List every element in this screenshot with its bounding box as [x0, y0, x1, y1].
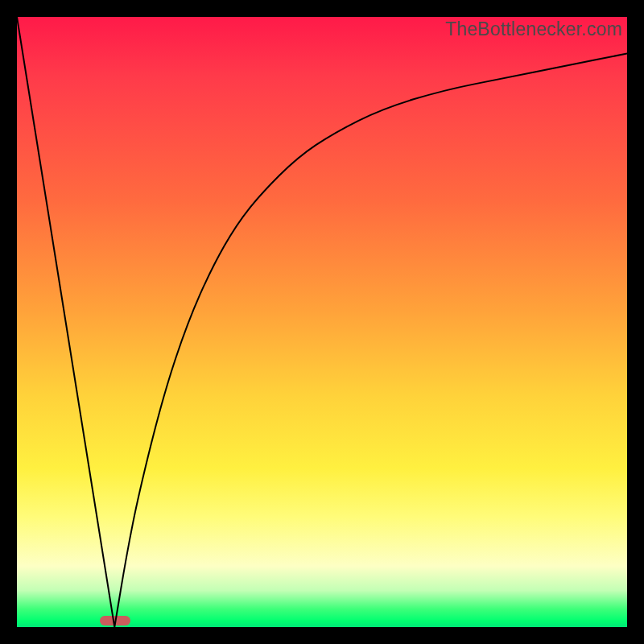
bottleneck-curve [17, 17, 627, 627]
curve-path [17, 17, 627, 627]
gradient-plot-area: TheBottlenecker.com [17, 17, 627, 627]
watermark-label: TheBottlenecker.com [445, 19, 622, 40]
chart-frame: TheBottlenecker.com [0, 0, 644, 644]
